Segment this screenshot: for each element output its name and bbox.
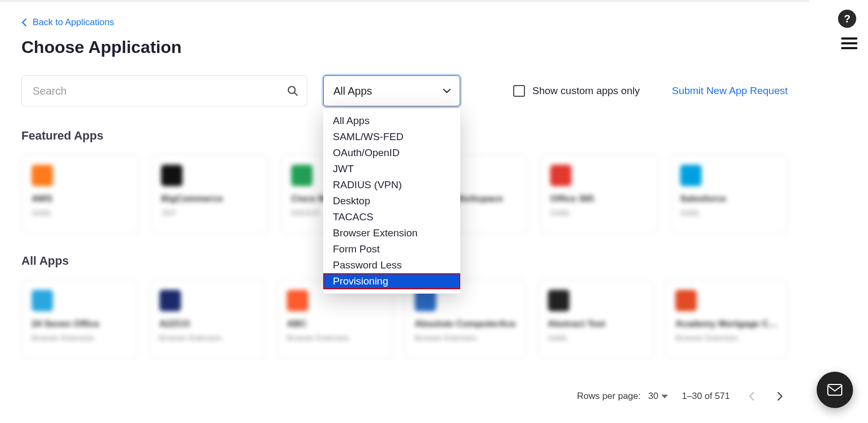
controls-row: All Apps All AppsSAML/WS-FEDOAuth/OpenID… [21, 75, 788, 106]
page-title: Choose Application [21, 37, 788, 57]
app-name: Abstract Test [548, 319, 644, 329]
app-type-dropdown: All AppsSAML/WS-FEDOAuth/OpenIDJWTRADIUS… [323, 109, 460, 294]
app-name: Academy Mortgage C… [675, 319, 778, 329]
search-field-wrap [21, 75, 307, 106]
show-custom-apps-label: Show custom apps only [532, 85, 640, 97]
app-icon [159, 290, 181, 311]
app-icon [291, 165, 313, 186]
dropdown-option[interactable]: Password Less [323, 257, 460, 273]
app-name: 24 Seven Office [32, 319, 127, 329]
dropdown-option[interactable]: TACACS [323, 209, 460, 225]
app-name: AWS [32, 194, 129, 204]
page-next-button[interactable] [773, 389, 788, 404]
chevron-down-icon [443, 89, 451, 93]
app-card[interactable]: AWSSAML [21, 155, 139, 234]
app-protocol: Browser Extension [287, 334, 383, 342]
help-button[interactable]: ? [838, 10, 856, 28]
mail-icon [827, 384, 842, 396]
app-icon [550, 165, 572, 186]
hamburger-bar-icon [841, 37, 857, 40]
hamburger-bar-icon [841, 47, 857, 49]
show-custom-apps-checkbox[interactable]: Show custom apps only [513, 85, 640, 97]
pager: Rows per page: 30 1–30 of 571 [21, 379, 788, 423]
svg-rect-2 [828, 384, 842, 395]
svg-line-1 [294, 93, 297, 95]
app-protocol: SAML [550, 209, 648, 217]
app-card[interactable]: Academy Mortgage C…Browser Extension [665, 280, 788, 359]
app-name: A2ZCO [159, 319, 255, 329]
app-card[interactable]: Office 365SAML [540, 155, 658, 234]
app-card[interactable]: SalesforceSAML [670, 155, 788, 234]
page-size-value: 30 [648, 391, 658, 402]
app-type-filter-wrap: All Apps All AppsSAML/WS-FEDOAuth/OpenID… [323, 75, 460, 106]
app-protocol: Browser Extension [415, 334, 516, 342]
rows-per-page-label: Rows per page: [577, 391, 641, 402]
dropdown-option[interactable]: SAML/WS-FED [323, 129, 460, 145]
menu-button[interactable] [841, 37, 857, 49]
dropdown-option[interactable]: RADIUS (VPN) [323, 177, 460, 193]
dropdown-option[interactable]: Desktop [323, 193, 460, 209]
app-name: Salesforce [680, 194, 778, 204]
app-name: BigCommerce [161, 194, 258, 204]
chat-fab-button[interactable] [817, 372, 853, 408]
search-icon[interactable] [287, 85, 299, 97]
app-name: ABC [287, 319, 383, 329]
rows-per-page: Rows per page: 30 [577, 391, 668, 402]
back-to-applications-link[interactable]: Back to Applications [21, 17, 114, 28]
app-icon [32, 290, 53, 311]
app-icon [675, 290, 697, 311]
chevron-left-icon [21, 19, 26, 26]
app-type-filter[interactable]: All Apps [323, 75, 460, 106]
dropdown-option[interactable]: Form Post [323, 241, 460, 257]
app-card[interactable]: BigCommerceJWT [151, 155, 269, 234]
app-protocol: Browser Extension [159, 334, 255, 342]
app-protocol: Browser Extension [32, 334, 127, 342]
app-card[interactable]: 24 Seven OfficeBrowser Extension [21, 280, 138, 359]
app-protocol: JWT [161, 209, 258, 217]
app-icon [680, 165, 702, 186]
app-icon [32, 165, 53, 186]
app-name: Office 365 [550, 194, 648, 204]
caret-down-icon [661, 395, 668, 398]
app-icon [161, 165, 182, 186]
checkbox-box-icon [513, 85, 525, 97]
dropdown-option[interactable]: All Apps [323, 113, 460, 129]
submit-new-app-link[interactable]: Submit New App Request [672, 85, 788, 97]
page-size-select[interactable]: 30 [648, 391, 668, 402]
app-icon [548, 290, 569, 311]
app-name: Absolute ComputerAce [415, 319, 516, 329]
dropdown-option[interactable]: OAuth/OpenID [323, 145, 460, 161]
dropdown-option[interactable]: JWT [323, 161, 460, 177]
back-link-text: Back to Applications [33, 17, 114, 28]
app-protocol: Browser Extension [675, 334, 778, 342]
app-icon [287, 290, 308, 311]
app-card[interactable]: A2ZCOBrowser Extension [149, 280, 265, 359]
app-protocol: SAML [32, 209, 129, 217]
dropdown-option[interactable]: Provisioning [323, 273, 460, 289]
search-input[interactable] [21, 75, 307, 106]
app-type-filter-value: All Apps [333, 85, 372, 97]
app-card[interactable]: Abstract TestSAML [538, 280, 654, 359]
app-protocol: SAML [680, 209, 778, 217]
hamburger-bar-icon [841, 42, 857, 44]
page-range-text: 1–30 of 571 [682, 391, 730, 402]
help-icon: ? [844, 13, 850, 25]
app-protocol: SAML [548, 334, 644, 342]
page-prev-button[interactable] [744, 389, 759, 404]
dropdown-option[interactable]: Browser Extension [323, 225, 460, 241]
